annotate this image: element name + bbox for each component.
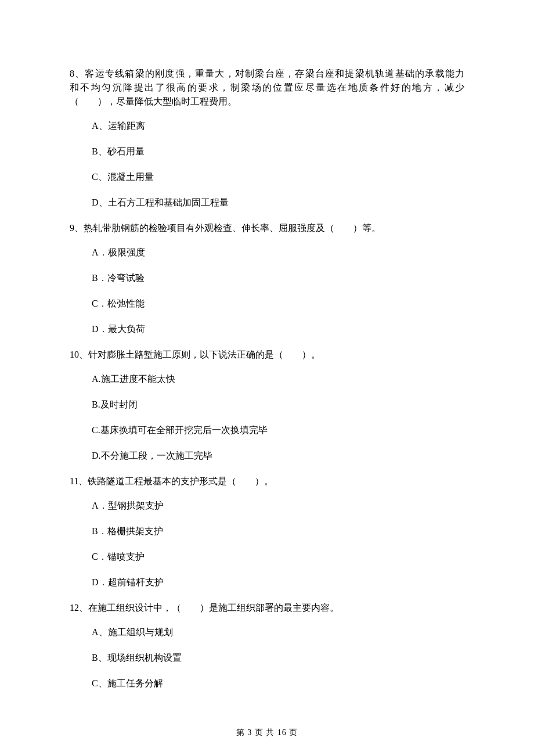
question-stem: 11、铁路隧道工程最基本的支护形式是（ ）。 [70, 474, 464, 488]
stem-line: 8、客运专线箱梁的刚度强，重量大，对制梁台座，存梁台座和提梁机轨道基础的承载能力 [70, 67, 464, 81]
option-c: C.基床换填可在全部开挖完后一次换填完毕 [92, 423, 464, 437]
question-11: 11、铁路隧道工程最基本的支护形式是（ ）。 A．型钢拱架支护 B．格栅拱架支护… [70, 474, 464, 589]
option-list: A、施工组织与规划 B、现场组织机构设置 C、施工任务分解 [70, 625, 464, 690]
option-b: B．格栅拱架支护 [92, 524, 464, 538]
option-a: A、施工组织与规划 [92, 625, 464, 639]
option-b: B．冷弯试验 [92, 271, 464, 285]
question-number: 11、 [70, 476, 88, 486]
stem-line: （ ），尽量降低大型临时工程费用。 [70, 95, 464, 109]
stem-text: 热轧带肋钢筋的检验项目有外观检查、伸长率、屈服强度及（ ）等。 [84, 223, 381, 233]
option-b: B.及时封闭 [92, 398, 464, 412]
option-d: D．超前锚杆支护 [92, 575, 464, 589]
question-stem: 8、客运专线箱梁的刚度强，重量大，对制梁台座，存梁台座和提梁机轨道基础的承载能力… [70, 67, 464, 109]
stem-text: 针对膨胀土路堑施工原则，以下说法正确的是（ ）。 [88, 350, 320, 359]
option-list: A、运输距离 B、砂石用量 C、混凝土用量 D、土石方工程和基础加固工程量 [70, 119, 464, 210]
question-number: 10、 [70, 350, 88, 359]
question-stem: 10、针对膨胀土路堑施工原则，以下说法正确的是（ ）。 [70, 348, 464, 362]
option-a: A．极限强度 [92, 246, 464, 260]
stem-text: 铁路隧道工程最基本的支护形式是（ ）。 [88, 476, 273, 486]
page-footer: 第 3 页 共 16 页 [0, 726, 534, 739]
question-number: 12、 [70, 603, 88, 613]
stem-text: 在施工组织设计中，（ ）是施工组织部署的最主要内容。 [88, 603, 339, 613]
option-c: C．松弛性能 [92, 297, 464, 311]
option-b: B、砂石用量 [92, 145, 464, 159]
document-page: 8、客运专线箱梁的刚度强，重量大，对制梁台座，存梁台座和提梁机轨道基础的承载能力… [0, 0, 534, 756]
stem-text: 客运专线箱梁的刚度强，重量大，对制梁台座，存梁台座和提梁机轨道基础的承载能力 [85, 69, 464, 78]
question-stem: 12、在施工组织设计中，（ ）是施工组织部署的最主要内容。 [70, 601, 464, 615]
option-c: C、施工任务分解 [92, 676, 464, 690]
option-list: A．极限强度 B．冷弯试验 C．松弛性能 D．最大负荷 [70, 246, 464, 336]
question-9: 9、热轧带肋钢筋的检验项目有外观检查、伸长率、屈服强度及（ ）等。 A．极限强度… [70, 221, 464, 336]
option-c: C．锚喷支护 [92, 550, 464, 564]
question-12: 12、在施工组织设计中，（ ）是施工组织部署的最主要内容。 A、施工组织与规划 … [70, 601, 464, 690]
option-d: D.不分施工段，一次施工完毕 [92, 449, 464, 463]
question-number: 9、 [70, 223, 84, 233]
option-a: A．型钢拱架支护 [92, 499, 464, 513]
option-d: D、土石方工程和基础加固工程量 [92, 196, 464, 210]
option-b: B、现场组织机构设置 [92, 651, 464, 665]
question-stem: 9、热轧带肋钢筋的检验项目有外观检查、伸长率、屈服强度及（ ）等。 [70, 221, 464, 235]
question-10: 10、针对膨胀土路堑施工原则，以下说法正确的是（ ）。 A.施工进度不能太快 B… [70, 348, 464, 463]
option-c: C、混凝土用量 [92, 170, 464, 184]
option-d: D．最大负荷 [92, 322, 464, 336]
option-a: A.施工进度不能太快 [92, 372, 464, 386]
option-a: A、运输距离 [92, 119, 464, 133]
option-list: A.施工进度不能太快 B.及时封闭 C.基床换填可在全部开挖完后一次换填完毕 D… [70, 372, 464, 463]
stem-line: 和不均匀沉降提出了很高的要求，制梁场的位置应尽量选在地质条件好的地方，减少 [70, 81, 464, 95]
question-number: 8、 [70, 69, 85, 78]
question-8: 8、客运专线箱梁的刚度强，重量大，对制梁台座，存梁台座和提梁机轨道基础的承载能力… [70, 67, 464, 210]
option-list: A．型钢拱架支护 B．格栅拱架支护 C．锚喷支护 D．超前锚杆支护 [70, 499, 464, 589]
